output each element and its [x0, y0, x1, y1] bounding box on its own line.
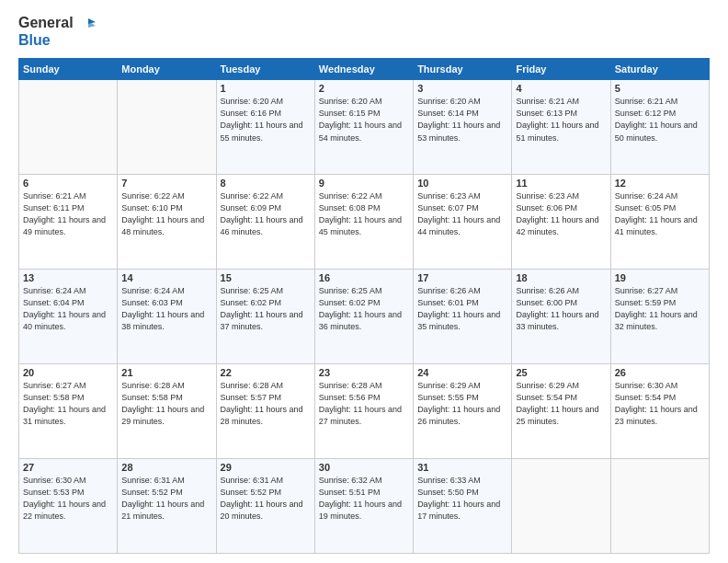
day-detail: Sunrise: 6:20 AM Sunset: 6:15 PM Dayligh…: [319, 96, 409, 144]
day-detail: Sunrise: 6:21 AM Sunset: 6:13 PM Dayligh…: [516, 96, 606, 144]
day-detail: Sunrise: 6:21 AM Sunset: 6:12 PM Dayligh…: [615, 96, 705, 144]
day-number: 6: [23, 178, 113, 189]
day-number: 1: [221, 83, 311, 94]
day-detail: Sunrise: 6:29 AM Sunset: 5:54 PM Dayligh…: [516, 380, 606, 428]
calendar-cell: 19Sunrise: 6:27 AM Sunset: 5:59 PM Dayli…: [610, 270, 709, 364]
calendar-cell: 25Sunrise: 6:29 AM Sunset: 5:54 PM Dayli…: [512, 364, 610, 459]
day-number: 7: [121, 178, 211, 189]
weekday-header-cell: Tuesday: [216, 59, 314, 80]
logo-bird-icon: [79, 17, 96, 30]
day-detail: Sunrise: 6:21 AM Sunset: 6:11 PM Dayligh…: [23, 190, 113, 238]
day-number: 20: [23, 367, 113, 378]
calendar-cell: 14Sunrise: 6:24 AM Sunset: 6:03 PM Dayli…: [118, 270, 216, 364]
day-number: 21: [121, 367, 211, 378]
day-number: 8: [221, 178, 311, 189]
day-detail: Sunrise: 6:30 AM Sunset: 5:54 PM Dayligh…: [615, 380, 705, 428]
day-detail: Sunrise: 6:31 AM Sunset: 5:52 PM Dayligh…: [221, 475, 311, 523]
calendar-cell: [512, 459, 610, 554]
day-number: 4: [516, 83, 606, 94]
day-number: 17: [417, 272, 507, 283]
day-number: 24: [417, 367, 507, 378]
day-number: 25: [516, 367, 606, 378]
day-detail: Sunrise: 6:24 AM Sunset: 6:03 PM Dayligh…: [121, 285, 211, 333]
day-detail: Sunrise: 6:30 AM Sunset: 5:53 PM Dayligh…: [23, 475, 113, 523]
day-detail: Sunrise: 6:29 AM Sunset: 5:55 PM Dayligh…: [417, 380, 507, 428]
day-detail: Sunrise: 6:27 AM Sunset: 5:59 PM Dayligh…: [615, 285, 705, 333]
logo: General Blue: [18, 14, 96, 49]
day-detail: Sunrise: 6:24 AM Sunset: 6:05 PM Dayligh…: [615, 190, 705, 238]
calendar-cell: 15Sunrise: 6:25 AM Sunset: 6:02 PM Dayli…: [216, 270, 314, 364]
calendar-cell: 21Sunrise: 6:28 AM Sunset: 5:58 PM Dayli…: [118, 364, 216, 459]
day-number: 13: [23, 272, 113, 283]
calendar-cell: 27Sunrise: 6:30 AM Sunset: 5:53 PM Dayli…: [19, 459, 118, 554]
day-number: 27: [23, 462, 113, 473]
day-number: 28: [121, 462, 211, 473]
weekday-header-cell: Saturday: [610, 59, 709, 80]
calendar-cell: 3Sunrise: 6:20 AM Sunset: 6:14 PM Daylig…: [414, 80, 512, 175]
weekday-header-cell: Monday: [118, 59, 216, 80]
day-number: 31: [417, 462, 507, 473]
day-detail: Sunrise: 6:27 AM Sunset: 5:58 PM Dayligh…: [23, 380, 113, 428]
weekday-header-cell: Sunday: [19, 59, 118, 80]
day-detail: Sunrise: 6:33 AM Sunset: 5:50 PM Dayligh…: [417, 475, 507, 523]
calendar-cell: 13Sunrise: 6:24 AM Sunset: 6:04 PM Dayli…: [19, 270, 118, 364]
day-number: 30: [319, 462, 409, 473]
page-header: General Blue: [18, 14, 710, 49]
day-detail: Sunrise: 6:28 AM Sunset: 5:57 PM Dayligh…: [221, 380, 311, 428]
day-number: 14: [121, 272, 211, 283]
day-detail: Sunrise: 6:28 AM Sunset: 5:56 PM Dayligh…: [319, 380, 409, 428]
calendar-cell: 22Sunrise: 6:28 AM Sunset: 5:57 PM Dayli…: [216, 364, 314, 459]
day-number: 29: [221, 462, 311, 473]
day-detail: Sunrise: 6:26 AM Sunset: 6:00 PM Dayligh…: [516, 285, 606, 333]
day-number: 3: [417, 83, 507, 94]
calendar-cell: 16Sunrise: 6:25 AM Sunset: 6:02 PM Dayli…: [314, 270, 413, 364]
weekday-header-cell: Friday: [512, 59, 610, 80]
day-number: 26: [615, 367, 705, 378]
day-detail: Sunrise: 6:22 AM Sunset: 6:10 PM Dayligh…: [121, 190, 211, 238]
day-detail: Sunrise: 6:22 AM Sunset: 6:08 PM Dayligh…: [319, 190, 409, 238]
day-number: 16: [319, 272, 409, 283]
calendar-week-row: 6Sunrise: 6:21 AM Sunset: 6:11 PM Daylig…: [19, 175, 710, 270]
calendar-body: 1Sunrise: 6:20 AM Sunset: 6:16 PM Daylig…: [19, 80, 710, 554]
calendar-week-row: 27Sunrise: 6:30 AM Sunset: 5:53 PM Dayli…: [19, 459, 710, 554]
calendar-cell: 9Sunrise: 6:22 AM Sunset: 6:08 PM Daylig…: [314, 175, 413, 270]
weekday-header-row: SundayMondayTuesdayWednesdayThursdayFrid…: [19, 59, 710, 80]
day-detail: Sunrise: 6:23 AM Sunset: 6:07 PM Dayligh…: [417, 190, 507, 238]
calendar-cell: 28Sunrise: 6:31 AM Sunset: 5:52 PM Dayli…: [118, 459, 216, 554]
day-number: 9: [319, 178, 409, 189]
calendar-cell: 11Sunrise: 6:23 AM Sunset: 6:06 PM Dayli…: [512, 175, 610, 270]
calendar-cell: 29Sunrise: 6:31 AM Sunset: 5:52 PM Dayli…: [216, 459, 314, 554]
calendar-cell: 17Sunrise: 6:26 AM Sunset: 6:01 PM Dayli…: [414, 270, 512, 364]
calendar-cell: [610, 459, 709, 554]
calendar-week-row: 1Sunrise: 6:20 AM Sunset: 6:16 PM Daylig…: [19, 80, 710, 175]
day-detail: Sunrise: 6:28 AM Sunset: 5:58 PM Dayligh…: [121, 380, 211, 428]
day-detail: Sunrise: 6:31 AM Sunset: 5:52 PM Dayligh…: [121, 475, 211, 523]
calendar-week-row: 20Sunrise: 6:27 AM Sunset: 5:58 PM Dayli…: [19, 364, 710, 459]
day-number: 11: [516, 178, 606, 189]
day-detail: Sunrise: 6:20 AM Sunset: 6:14 PM Dayligh…: [417, 96, 507, 144]
day-number: 10: [417, 178, 507, 189]
calendar-cell: 7Sunrise: 6:22 AM Sunset: 6:10 PM Daylig…: [118, 175, 216, 270]
calendar-cell: [19, 80, 118, 175]
calendar-cell: 5Sunrise: 6:21 AM Sunset: 6:12 PM Daylig…: [610, 80, 709, 175]
day-detail: Sunrise: 6:23 AM Sunset: 6:06 PM Dayligh…: [516, 190, 606, 238]
calendar-table: SundayMondayTuesdayWednesdayThursdayFrid…: [18, 58, 710, 554]
day-number: 22: [221, 367, 311, 378]
calendar-cell: 30Sunrise: 6:32 AM Sunset: 5:51 PM Dayli…: [314, 459, 413, 554]
calendar-cell: 8Sunrise: 6:22 AM Sunset: 6:09 PM Daylig…: [216, 175, 314, 270]
calendar-cell: 24Sunrise: 6:29 AM Sunset: 5:55 PM Dayli…: [414, 364, 512, 459]
calendar-cell: [118, 80, 216, 175]
calendar-cell: 12Sunrise: 6:24 AM Sunset: 6:05 PM Dayli…: [610, 175, 709, 270]
day-number: 23: [319, 367, 409, 378]
day-detail: Sunrise: 6:22 AM Sunset: 6:09 PM Dayligh…: [221, 190, 311, 238]
calendar-week-row: 13Sunrise: 6:24 AM Sunset: 6:04 PM Dayli…: [19, 270, 710, 364]
day-detail: Sunrise: 6:20 AM Sunset: 6:16 PM Dayligh…: [221, 96, 311, 144]
calendar-cell: 18Sunrise: 6:26 AM Sunset: 6:00 PM Dayli…: [512, 270, 610, 364]
calendar-cell: 31Sunrise: 6:33 AM Sunset: 5:50 PM Dayli…: [414, 459, 512, 554]
day-detail: Sunrise: 6:24 AM Sunset: 6:04 PM Dayligh…: [23, 285, 113, 333]
day-detail: Sunrise: 6:32 AM Sunset: 5:51 PM Dayligh…: [319, 475, 409, 523]
calendar-cell: 23Sunrise: 6:28 AM Sunset: 5:56 PM Dayli…: [314, 364, 413, 459]
day-detail: Sunrise: 6:26 AM Sunset: 6:01 PM Dayligh…: [417, 285, 507, 333]
weekday-header-cell: Thursday: [414, 59, 512, 80]
calendar-cell: 10Sunrise: 6:23 AM Sunset: 6:07 PM Dayli…: [414, 175, 512, 270]
